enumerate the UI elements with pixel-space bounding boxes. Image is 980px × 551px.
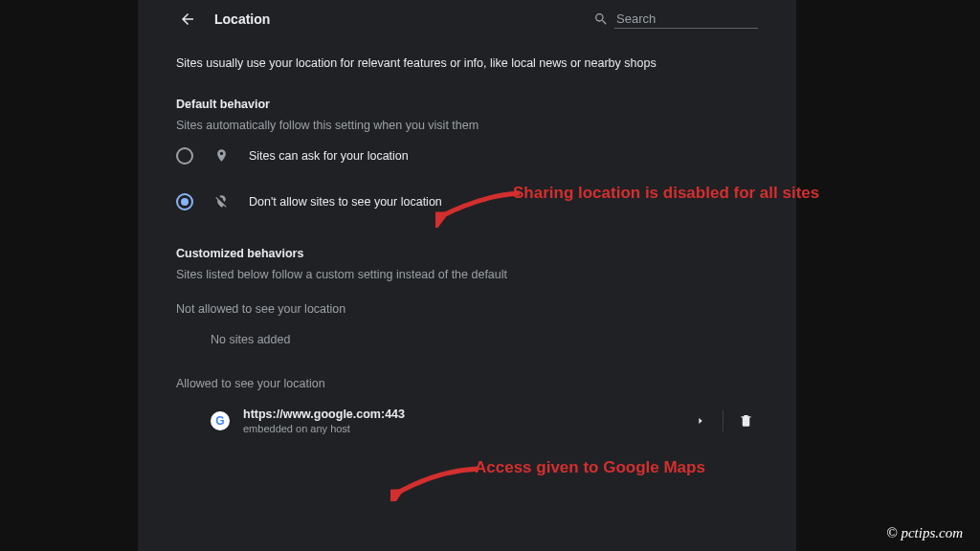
allowed-heading: Allowed to see your location: [176, 377, 758, 390]
radio-icon: [176, 147, 193, 165]
customized-heading: Customized behaviors: [176, 247, 758, 260]
site-sub: embedded on any host: [243, 423, 405, 434]
google-favicon-icon: G: [211, 411, 230, 430]
default-behavior-radiogroup: Sites can ask for your location Don't al…: [176, 147, 758, 210]
details-button[interactable]: [688, 408, 713, 433]
allowed-site-row[interactable]: G https://www.google.com:443 embedded on…: [176, 408, 758, 434]
chevron-right-icon: [696, 416, 705, 426]
not-allowed-heading: Not allowed to see your location: [176, 302, 758, 316]
radio-sites-can-ask[interactable]: Sites can ask for your location: [176, 147, 758, 165]
delete-button[interactable]: [733, 408, 758, 433]
watermark: © pctips.com: [886, 525, 963, 541]
customized-sub: Sites listed below follow a custom setti…: [176, 268, 758, 281]
row-actions: [688, 408, 758, 433]
back-button[interactable]: [176, 8, 199, 31]
radio-label: Sites can ask for your location: [249, 149, 409, 163]
topbar: Location: [138, 0, 796, 36]
trash-icon: [739, 413, 753, 428]
content: Sites usually use your location for rele…: [138, 36, 796, 434]
search-field[interactable]: [593, 10, 758, 29]
separator: [723, 410, 724, 431]
site-text: https://www.google.com:443 embedded on a…: [243, 408, 405, 434]
page-title: Location: [214, 11, 270, 27]
settings-panel: Location Sites usually use your location…: [138, 0, 796, 551]
location-pin-icon: [212, 147, 230, 165]
search-icon: [593, 11, 609, 27]
radio-dont-allow[interactable]: Don't allow sites to see your location: [176, 193, 758, 210]
radio-label: Don't allow sites to see your location: [249, 195, 442, 209]
default-behavior-heading: Default behavior: [176, 98, 758, 111]
site-url: https://www.google.com:443: [243, 408, 405, 421]
arrow-left-icon: [179, 11, 196, 28]
location-off-icon: [212, 193, 230, 210]
intro-text: Sites usually use your location for rele…: [176, 55, 758, 73]
search-input[interactable]: [614, 10, 758, 29]
not-allowed-empty: No sites added: [176, 333, 758, 346]
default-behavior-sub: Sites automatically follow this setting …: [176, 119, 758, 132]
radio-icon: [176, 193, 193, 210]
